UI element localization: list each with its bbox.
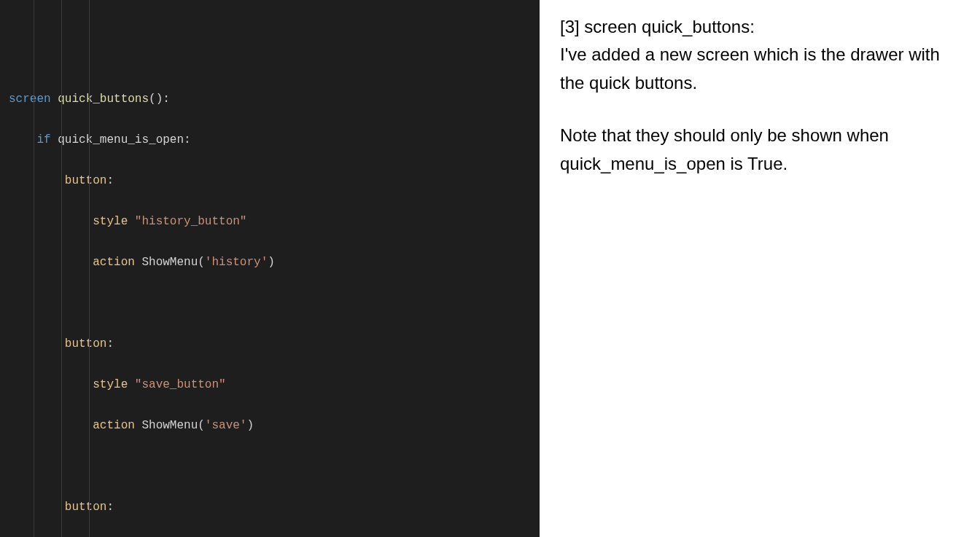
heading-text: [3] screen quick_buttons:	[560, 13, 958, 41]
indent-guide-1	[34, 0, 34, 537]
body-text: I've added a new screen which is the dra…	[560, 41, 958, 97]
code-editor-panel[interactable]: screen quick_buttons(): if quick_menu_is…	[0, 0, 540, 537]
explanation-panel: [3] screen quick_buttons: I've added a n…	[540, 0, 980, 537]
indent-guide-2	[61, 0, 62, 537]
indent-guide-3	[89, 0, 90, 537]
body-text: Note that they should only be shown when…	[560, 122, 958, 178]
